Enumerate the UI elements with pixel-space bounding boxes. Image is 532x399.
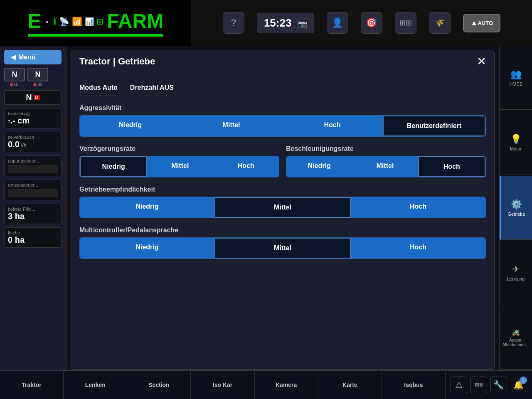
gear-b2: N bbox=[27, 68, 48, 81]
sidebar-item-hmc2[interactable]: 👥 HMC2 bbox=[500, 46, 532, 110]
abweichung-label: bweichung bbox=[8, 111, 58, 116]
getriebe-label: Getriebe bbox=[507, 212, 525, 217]
auto-label: AUTO bbox=[478, 20, 493, 26]
main-content: Tractor | Getriebe ✕ Modus Auto Drehzahl… bbox=[66, 46, 499, 370]
verzoegerungsrate-btn-group: Niedrig Mittel Hoch bbox=[79, 156, 279, 177]
aggressivitaet-mittel[interactable]: Mittel bbox=[181, 116, 282, 136]
logo-sub-icons: ℹ 📡 📶 📊 ⊞ bbox=[53, 17, 103, 27]
beite-label: beitete Fläc... bbox=[8, 207, 58, 212]
time-text: 15:23 bbox=[264, 17, 292, 29]
drehzahl-item: Drehzahl AUS bbox=[130, 84, 174, 91]
isb-icon: ISB bbox=[470, 377, 487, 393]
help-button[interactable]: ? bbox=[223, 12, 244, 34]
getriebe-icon: ⚙️ bbox=[511, 199, 522, 210]
verz-niedrig[interactable]: Niedrig bbox=[80, 156, 147, 177]
getre-mittel[interactable]: Mittel bbox=[214, 197, 351, 218]
back-arrow: ◀ bbox=[11, 53, 16, 61]
verz-hoch[interactable]: Hoch bbox=[213, 156, 279, 177]
aggressivitaet-niedrig[interactable]: Niedrig bbox=[80, 116, 181, 136]
lenkung-label: Lenkung bbox=[507, 276, 525, 281]
beschleunigungsrate-btn-group: Niedrig Mittel Hoch bbox=[286, 156, 486, 177]
camera-icon: 📷 bbox=[298, 20, 307, 28]
multi-niedrig[interactable]: Niedrig bbox=[80, 238, 214, 259]
beite-row: beitete Fläc... 3 ha bbox=[4, 204, 62, 224]
logo-green-bar bbox=[28, 34, 163, 37]
d-badge: D bbox=[34, 95, 40, 100]
dialog-title: Tractor | Getriebe bbox=[79, 56, 155, 67]
besch-niedrig[interactable]: Niedrig bbox=[286, 156, 352, 177]
n-letter: N bbox=[26, 93, 32, 102]
tab-traktor[interactable]: Traktor bbox=[0, 371, 64, 399]
beite-value: 3 ha bbox=[8, 212, 58, 221]
layers-button[interactable]: ⊞⊞ bbox=[395, 12, 416, 34]
auto-button[interactable]: ▲ AUTO bbox=[463, 14, 500, 32]
allrad-icon: 🚜 bbox=[512, 328, 520, 336]
allrad-label: Autom. Allradantrieb... bbox=[501, 338, 530, 347]
hmc2-label: HMC2 bbox=[509, 81, 522, 86]
beschleunigungsrate-section: Beschleunigungsrate Niedrig Mittel Hoch bbox=[286, 145, 486, 177]
logo-full: E · ℹ 📡 📶 📊 ⊞ FARM bbox=[21, 5, 170, 41]
motor-label: Motor bbox=[510, 146, 522, 151]
logo-row: E · ℹ 📡 📶 📊 ⊞ FARM bbox=[28, 10, 163, 32]
getriebeempfindlichkeit-label: Getriebeempfindlichkeit bbox=[79, 186, 486, 193]
right-sidebar: 👥 HMC2 💡 Motor ⚙️ Getriebe ✈ Lenkung 🚜 A… bbox=[499, 46, 532, 370]
logo-e: E bbox=[28, 10, 41, 32]
tools-icon: 🔧 bbox=[490, 377, 507, 393]
appungssteue-label: appungssteue... bbox=[8, 158, 58, 163]
modus-label: Modus bbox=[79, 84, 101, 91]
getre-hoch[interactable]: Hoch bbox=[351, 197, 485, 218]
multicontroller-section: Multicontroller/Pedalansprache Niedrig M… bbox=[79, 227, 486, 259]
logo-farm: FARM bbox=[107, 10, 163, 32]
selverbrauch-value: 0.0 bbox=[8, 140, 20, 149]
tab-isobus[interactable]: Isobus bbox=[382, 371, 446, 399]
aggressivitaet-benutzerdefiniert[interactable]: Benutzerdefiniert bbox=[383, 116, 485, 136]
grenzensteuer-label: renzensteuer... bbox=[8, 182, 58, 187]
grid-icon: ⊞ bbox=[96, 17, 103, 27]
drehzahl-label: Drehzahl bbox=[130, 84, 158, 91]
menu-button[interactable]: ◀ Menü bbox=[4, 50, 62, 64]
signal-icon: 📊 bbox=[85, 17, 94, 26]
tab-kamera[interactable]: Kamera bbox=[255, 371, 318, 399]
satellite-icon: 📡 bbox=[59, 17, 69, 27]
user-button[interactable]: 👤 bbox=[327, 12, 348, 34]
multicontroller-label: Multicontroller/Pedalansprache bbox=[79, 227, 486, 234]
modus-value: Auto bbox=[101, 84, 118, 91]
grenzensteuer-row: renzensteuer... bbox=[4, 180, 62, 200]
sidebar-item-getriebe[interactable]: ⚙️ Getriebe bbox=[500, 176, 532, 240]
besch-hoch[interactable]: Hoch bbox=[418, 156, 485, 177]
abweichung-row: bweichung ·.- cm bbox=[4, 108, 62, 128]
info-icon: ℹ bbox=[53, 17, 57, 27]
aggressivitaet-hoch[interactable]: Hoch bbox=[282, 116, 383, 136]
sidebar-item-allrad[interactable]: 🚜 Autom. Allradantrieb... bbox=[500, 306, 532, 370]
tab-isokar[interactable]: Iso Kar bbox=[191, 371, 254, 399]
dialog-body: Modus Auto Drehzahl AUS Aggressivität Ni… bbox=[71, 73, 494, 369]
menu-label: Menü bbox=[18, 54, 36, 61]
nav-icon: ▲ bbox=[470, 19, 478, 27]
multi-mittel[interactable]: Mittel bbox=[214, 238, 351, 259]
tab-karte[interactable]: Karte bbox=[318, 371, 382, 399]
top-bar: E · ℹ 📡 📶 📊 ⊞ FARM ? 15:23 📷 👤 🎯 ⊞⊞ 🌾 bbox=[0, 0, 532, 46]
gear-b2-label: B2 bbox=[37, 82, 42, 87]
selverbrauch-row: selverbrauch 0.0 l/h bbox=[4, 132, 62, 152]
wifi-icon: 📶 bbox=[72, 17, 82, 27]
lenkung-icon: ✈ bbox=[512, 264, 520, 275]
tab-lenken[interactable]: Lenken bbox=[64, 371, 127, 399]
gear-b1-label: B1 bbox=[14, 82, 19, 87]
dialog-close-button[interactable]: ✕ bbox=[477, 56, 486, 67]
aggressivitaet-btn-group: Niedrig Mittel Hoch Benutzerdefiniert bbox=[79, 115, 486, 137]
tab-section[interactable]: Section bbox=[127, 371, 191, 399]
aggressivitaet-section: Aggressivität Niedrig Mittel Hoch Benutz… bbox=[79, 104, 486, 137]
notification-button[interactable]: 🔔 3 bbox=[510, 377, 527, 393]
verz-mittel[interactable]: Mittel bbox=[147, 156, 213, 177]
selverbrauch-label: selverbrauch bbox=[8, 135, 58, 140]
selverbrauch-unit: l/h bbox=[21, 143, 27, 148]
getre-niedrig[interactable]: Niedrig bbox=[80, 197, 214, 218]
getriebeempfindlichkeit-btn-group: Niedrig Mittel Hoch bbox=[79, 197, 486, 218]
logo-area: E · ℹ 📡 📶 📊 ⊞ FARM bbox=[0, 0, 191, 46]
farm-button[interactable]: 🌾 bbox=[429, 12, 451, 34]
sidebar-item-motor[interactable]: 💡 Motor bbox=[500, 111, 532, 175]
speed-button[interactable]: 🎯 bbox=[361, 12, 382, 34]
multi-hoch[interactable]: Hoch bbox=[351, 238, 485, 259]
sidebar-item-lenkung[interactable]: ✈ Lenkung bbox=[500, 241, 532, 305]
besch-mittel[interactable]: Mittel bbox=[352, 156, 418, 177]
